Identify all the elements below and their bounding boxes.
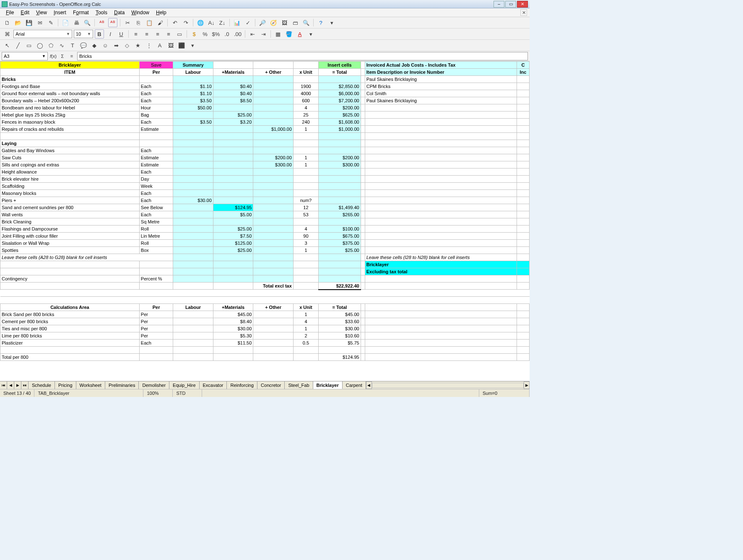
cell-unit[interactable]: 3 — [293, 240, 318, 247]
cell-unit[interactable]: 90 — [293, 233, 318, 240]
flowchart-icon[interactable]: ◇ — [122, 41, 132, 50]
function-wizard-icon[interactable]: f(x) — [49, 52, 57, 60]
cell-materials[interactable]: $124.95 — [213, 204, 253, 211]
status-std[interactable]: STD — [173, 389, 202, 397]
cell-item[interactable]: Repairs of cracks and rebuilds — [0, 126, 140, 133]
sheet-area[interactable]: Bricklayer Save Summary Insert cells Inv… — [0, 61, 530, 381]
calc-total[interactable]: $45.00 — [319, 311, 361, 318]
sheet-tab-steel_fab[interactable]: Steel_Fab — [285, 381, 313, 389]
cell-item[interactable]: Saw Cuts — [0, 154, 140, 161]
cell-unit[interactable]: num? — [293, 197, 318, 204]
calc-item[interactable]: Lime per 800 bricks — [0, 332, 140, 340]
cell-other[interactable] — [253, 247, 294, 254]
cell-materials[interactable]: $25.00 — [213, 247, 253, 254]
percent-icon[interactable]: % — [200, 29, 210, 39]
autospell-icon[interactable]: ᴬᴮ — [108, 18, 117, 27]
cell-materials[interactable] — [213, 169, 253, 176]
italic-icon[interactable]: I — [106, 29, 115, 39]
from-file-icon[interactable]: 🖼 — [166, 41, 175, 50]
cell-per[interactable]: Estimate — [139, 126, 173, 133]
paste-icon[interactable]: 📋 — [145, 18, 154, 27]
sheet-tab-reinforcing[interactable]: Reinforcing — [227, 381, 257, 389]
cell-other[interactable] — [253, 211, 294, 218]
contingency-label[interactable]: Contingency — [0, 275, 140, 283]
calc-unit[interactable]: 1 — [293, 311, 318, 318]
calc-per[interactable]: Each — [139, 340, 173, 347]
cell-per[interactable]: Each — [139, 147, 173, 154]
increase-indent-icon[interactable]: ⇥ — [259, 29, 268, 39]
align-center-icon[interactable]: ≡ — [142, 29, 151, 39]
star-icon[interactable]: ★ — [133, 41, 143, 50]
preview-icon[interactable]: 🔍 — [83, 18, 92, 27]
sheet-tab-equip_hire[interactable]: Equip_Hire — [169, 381, 199, 389]
cell-labour[interactable] — [173, 147, 213, 154]
cell-labour[interactable] — [173, 161, 213, 169]
col-labour[interactable]: Labour — [173, 69, 213, 76]
col-item[interactable]: ITEM — [0, 69, 140, 76]
sort-desc-icon[interactable]: Z↓ — [218, 18, 227, 27]
cell-other[interactable] — [253, 176, 294, 183]
header-invoiced[interactable]: Invoiced Actual Job Costs - Includes Tax — [365, 62, 517, 69]
cell-per[interactable]: Each — [139, 169, 173, 176]
tab-prev-icon[interactable]: ◀ — [7, 381, 14, 389]
cell-labour[interactable]: $3.50 — [173, 119, 213, 126]
cell-labour[interactable] — [173, 154, 213, 161]
cell-other[interactable] — [253, 90, 294, 97]
calc-item[interactable]: Ties and misc per 800 — [0, 325, 140, 332]
find-icon[interactable]: 🔎 — [258, 18, 267, 27]
rect-icon[interactable]: ▭ — [24, 41, 34, 50]
close-button[interactable]: ✕ — [517, 1, 528, 8]
cell-item[interactable]: Height allowance — [0, 169, 140, 176]
calc-per[interactable]: Per — [139, 325, 173, 332]
cell-other[interactable] — [253, 83, 294, 90]
cell-materials[interactable]: $5.00 — [213, 211, 253, 218]
total-excl-tax-label[interactable]: Total excl tax — [253, 283, 294, 290]
cell-per[interactable]: See Below — [139, 204, 173, 211]
cell-materials[interactable] — [213, 154, 253, 161]
redo-icon[interactable]: ↷ — [181, 18, 190, 27]
leave-note-right[interactable]: Leave these cells (I28 to N28) blank for… — [365, 254, 517, 261]
invoice-row[interactable] — [365, 111, 517, 119]
col-inc[interactable]: Inc — [517, 69, 529, 76]
cell-item[interactable]: Boundary walls – Hebel 200x600x200 — [0, 97, 140, 104]
col-total[interactable]: = Total — [319, 69, 361, 76]
cell-labour[interactable]: $1.10 — [173, 90, 213, 97]
cell-per[interactable]: Estimate — [139, 161, 173, 169]
col-materials[interactable]: +Materials — [213, 69, 253, 76]
add-decimal-icon[interactable]: .0 — [222, 29, 231, 39]
justify-icon[interactable]: ≡ — [164, 29, 173, 39]
sheet-tab-schedule[interactable]: Schedule — [29, 381, 55, 389]
cell-total[interactable]: $1,499.40 — [319, 204, 361, 211]
extrusion-icon[interactable]: ⬛ — [177, 41, 186, 50]
cell-item[interactable]: Gables and Bay Windows — [0, 147, 140, 154]
cell-materials[interactable] — [213, 190, 253, 197]
bold-icon[interactable]: B — [95, 29, 104, 39]
cell-item[interactable]: Sisalation or Wall Wrap — [0, 240, 140, 247]
cell-other[interactable] — [253, 169, 294, 176]
cell-total[interactable]: $100.00 — [319, 226, 361, 233]
cell-unit[interactable]: 1900 — [293, 83, 318, 90]
cell-materials[interactable]: $25.00 — [213, 226, 253, 233]
cell-item[interactable]: Wall vents — [0, 211, 140, 218]
calc-total-value[interactable]: $124.95 — [319, 354, 361, 361]
calc-mat[interactable]: $45.00 — [213, 311, 253, 318]
menu-view[interactable]: View — [33, 9, 50, 16]
cell-labour[interactable] — [173, 126, 213, 133]
cell-other[interactable] — [253, 104, 294, 111]
save-icon[interactable]: 💾 — [24, 18, 34, 27]
col-unit[interactable]: x Unit — [293, 69, 318, 76]
menu-file[interactable]: File — [3, 9, 17, 16]
cell-unit[interactable]: 1 — [293, 126, 318, 133]
excl-tax-total-label[interactable]: Excluding tax total — [365, 268, 517, 275]
cell-other[interactable]: $300.00 — [253, 161, 294, 169]
cell-total[interactable]: $25.00 — [319, 247, 361, 254]
header-summary[interactable]: Summary — [173, 62, 213, 69]
cell-other[interactable] — [253, 197, 294, 204]
cell-unit[interactable] — [293, 218, 318, 226]
cell-unit[interactable] — [293, 190, 318, 197]
cell-other[interactable] — [253, 204, 294, 211]
cell-labour[interactable] — [173, 226, 213, 233]
points-icon[interactable]: ⋮ — [144, 41, 153, 50]
cell-per[interactable]: Box — [139, 247, 173, 254]
cell-labour[interactable] — [173, 204, 213, 211]
